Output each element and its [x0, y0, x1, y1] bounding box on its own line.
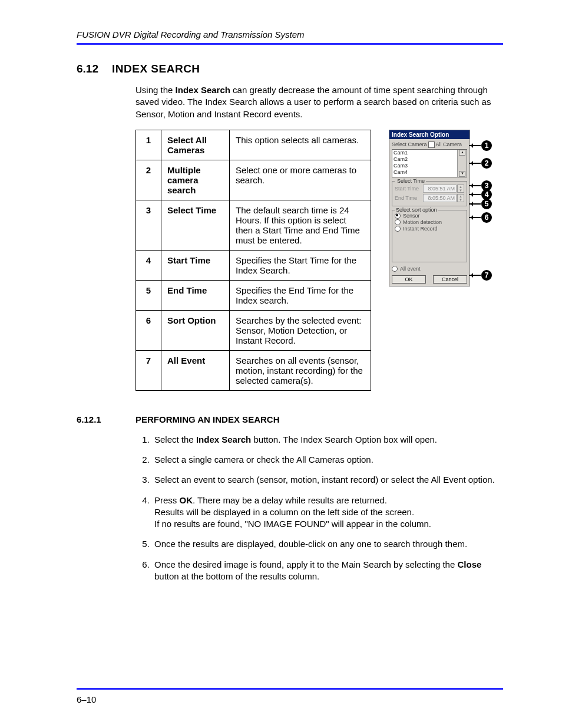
motion-label: Motion detection: [403, 219, 442, 225]
row-desc: Specifies the End Time for the Index sea…: [230, 280, 371, 310]
index-search-dialog: Index Search Option Select Camera All Ca…: [389, 130, 470, 286]
step-text: If no results are found, "NO IMAGE FOUND…: [154, 519, 431, 529]
section-number: 6.12: [77, 62, 112, 75]
row-num: 4: [136, 250, 161, 280]
callout-bubble: 6: [481, 212, 492, 223]
motion-radio[interactable]: [395, 219, 401, 225]
dialog-title: Index Search Option: [389, 130, 470, 139]
row-label: Select All Cameras: [161, 130, 230, 160]
end-time-label: End Time: [395, 195, 422, 201]
ok-button[interactable]: OK: [392, 275, 426, 284]
instant-label: Instant Record: [403, 226, 438, 232]
step-text: . There may be a delay while results are…: [193, 495, 387, 505]
all-camera-label: All Camera: [436, 141, 462, 147]
list-item: Select the Index Search button. The Inde…: [152, 434, 503, 446]
scrollbar[interactable]: ▲ ▼: [457, 150, 467, 177]
intro-paragraph: Using the Index Search can greatly decre…: [135, 84, 503, 120]
row-label: Sort Option: [161, 310, 230, 350]
select-time-label: Select Time: [397, 178, 425, 184]
row-label: End Time: [161, 280, 230, 310]
row-desc: Select one or more cameras to search.: [230, 160, 371, 200]
list-item: Once the results are displayed, double-c…: [152, 538, 503, 550]
table-row: 6Sort OptionSearches by the selected eve…: [136, 310, 371, 350]
row-desc: The default search time is 24 Hours. If …: [230, 200, 371, 250]
dialog-figure: Index Search Option Select Camera All Ca…: [389, 130, 470, 286]
intro-text: Using the: [135, 85, 176, 95]
sort-legend: Select sort option: [396, 207, 437, 213]
table-row: 7All EventSearches on all events (sensor…: [136, 350, 371, 390]
table-row: 1Select All CamerasThis option selects a…: [136, 130, 371, 160]
sort-option-fieldset: Select sort option Sensor Motion detecti…: [392, 210, 467, 262]
page-number: 6–10: [77, 694, 96, 704]
callout-bubble: 2: [481, 158, 492, 169]
all-event-radio[interactable]: [392, 266, 398, 272]
list-item[interactable]: Cam1: [392, 150, 467, 156]
scroll-up-icon[interactable]: ▲: [459, 150, 465, 156]
step-text: Results will be displayed in a column on…: [154, 507, 414, 517]
step-bold: Index Search: [196, 434, 251, 444]
callout-bubble: 5: [481, 199, 492, 209]
row-desc: Searches on all events (sensor, motion, …: [230, 350, 371, 390]
step-bold: OK: [180, 495, 193, 505]
select-camera-label: Select Camera: [392, 141, 427, 147]
table-row: 2Multiple camera searchSelect one or mor…: [136, 160, 371, 200]
row-num: 3: [136, 200, 161, 250]
steps-list: Select the Index Search button. The Inde…: [135, 434, 503, 582]
list-item: Once the desired image is found, apply i…: [152, 559, 503, 583]
spinner-icon[interactable]: ▲▼: [457, 194, 464, 202]
row-label: Start Time: [161, 250, 230, 280]
intro-bold: Index Search: [176, 85, 230, 95]
callout-bubble: 7: [481, 270, 492, 281]
page-footer: 6–10: [77, 688, 503, 704]
list-item: Press OK. There may be a delay while res…: [152, 495, 503, 531]
subsection-name: PERFORMING AN INDEX SEARCH: [135, 414, 279, 424]
step-bold: Close: [457, 559, 481, 569]
row-desc: This option selects all cameras.: [230, 130, 371, 160]
callout: 1: [469, 140, 492, 151]
subsection-title: 6.12.1 PERFORMING AN INDEX SEARCH: [77, 414, 503, 424]
camera-listbox[interactable]: Cam1 Cam2 Cam3 Cam4 ▲ ▼: [392, 149, 467, 177]
all-event-label: All event: [400, 266, 421, 272]
row-num: 7: [136, 350, 161, 390]
step-text: Select the: [154, 434, 196, 444]
cancel-button[interactable]: Cancel: [433, 275, 467, 284]
section-title: 6.12 INDEX SEARCH: [77, 62, 503, 75]
row-num: 6: [136, 310, 161, 350]
step-text: button. The Index Search Option box will…: [251, 434, 437, 444]
section-name: INDEX SEARCH: [112, 62, 200, 75]
row-label: All Event: [161, 350, 230, 390]
callout: 6: [469, 212, 492, 223]
callout: 2: [469, 158, 492, 169]
sensor-radio[interactable]: [395, 213, 401, 219]
page: FUSION DVR Digital Recording and Transmi…: [0, 0, 562, 728]
row-desc: Searches by the selected event: Sensor, …: [230, 310, 371, 350]
select-time-fieldset: Select Time Start Time 8:05:51 AM ▲▼ End…: [392, 181, 467, 206]
start-time-field[interactable]: 8:05:51 AM: [423, 185, 457, 193]
step-text: Press: [154, 495, 180, 505]
start-time-label: Start Time: [395, 186, 422, 192]
end-time-field[interactable]: 8:05:50 AM: [423, 194, 457, 202]
scroll-down-icon[interactable]: ▼: [459, 171, 465, 177]
callout: 7: [469, 270, 492, 281]
definition-table: 1Select All CamerasThis option selects a…: [135, 130, 371, 391]
table-row: 4Start TimeSpecifies the Start Time for …: [136, 250, 371, 280]
all-camera-checkbox[interactable]: [428, 141, 435, 148]
step-text: button at the bottom of the results colu…: [154, 571, 319, 581]
callout: 5: [469, 199, 492, 209]
step-text: Once the desired image is found, apply i…: [154, 559, 457, 569]
page-header: FUSION DVR Digital Recording and Transmi…: [77, 29, 503, 45]
row-num: 1: [136, 130, 161, 160]
list-item[interactable]: Cam3: [392, 163, 467, 169]
list-item: Select a single camera or check the All …: [152, 454, 503, 466]
table-row: 5End TimeSpecifies the End Time for the …: [136, 280, 371, 310]
row-num: 2: [136, 160, 161, 200]
subsection-number: 6.12.1: [77, 414, 135, 424]
list-item[interactable]: Cam2: [392, 156, 467, 163]
row-desc: Specifies the Start Time for the Index S…: [230, 250, 371, 280]
list-item[interactable]: Cam4: [392, 169, 467, 176]
instant-record-radio[interactable]: [395, 226, 401, 232]
spinner-icon[interactable]: ▲▼: [457, 185, 464, 193]
row-num: 5: [136, 280, 161, 310]
callout-bubble: 1: [481, 140, 492, 151]
row-label: Multiple camera search: [161, 160, 230, 200]
